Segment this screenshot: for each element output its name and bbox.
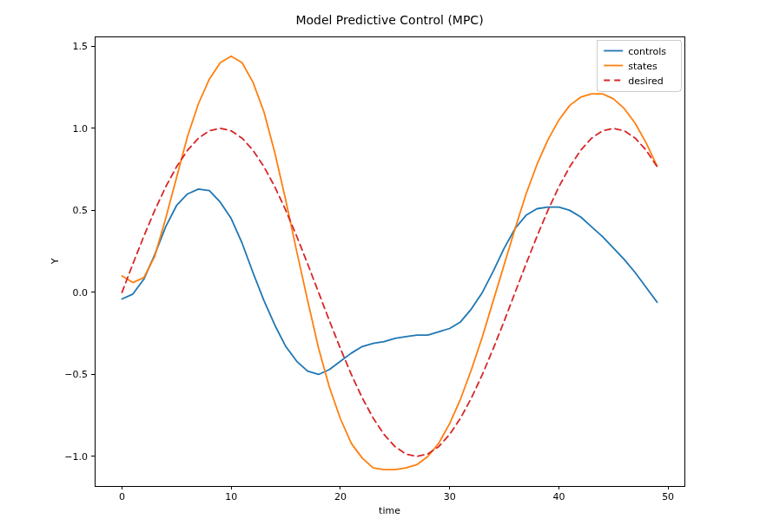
legend-label-states: states <box>628 61 658 72</box>
y-tick-label: 1.0 <box>73 123 89 135</box>
line-chart: 01020304050time−1.0−0.50.00.51.01.5YMode… <box>0 0 760 532</box>
chart-title: Model Predictive Control (MPC) <box>295 13 483 27</box>
y-tick-label: −0.5 <box>64 369 88 380</box>
legend-label-controls: controls <box>628 46 666 57</box>
series-desired <box>122 128 657 456</box>
y-tick-label: 0.0 <box>73 287 89 299</box>
x-tick-label: 20 <box>334 491 347 502</box>
x-tick-label: 0 <box>119 491 125 502</box>
x-tick-label: 50 <box>662 491 674 502</box>
y-tick-label: 0.5 <box>73 205 89 216</box>
series-states <box>122 56 657 470</box>
plot-frame <box>95 36 684 486</box>
y-tick-label: 1.5 <box>73 41 89 52</box>
chart-container: 01020304050time−1.0−0.50.00.51.01.5YMode… <box>0 0 760 532</box>
x-tick-label: 30 <box>444 491 456 502</box>
x-tick-label: 40 <box>552 491 565 502</box>
y-tick-label: −1.0 <box>64 451 88 463</box>
legend-label-desired: desired <box>628 76 664 87</box>
y-axis-label: Y <box>50 258 61 265</box>
series-controls <box>122 189 657 375</box>
x-tick-label: 10 <box>225 491 237 502</box>
x-axis-label: time <box>379 505 400 516</box>
